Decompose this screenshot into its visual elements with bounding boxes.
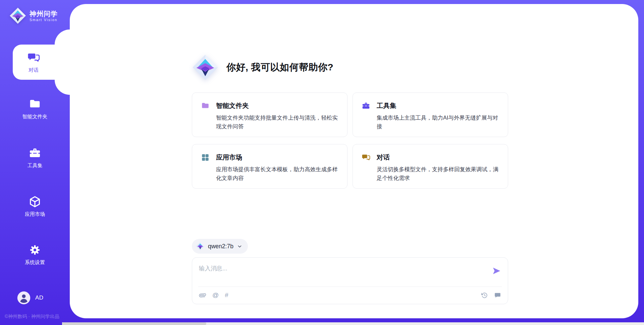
card-chat[interactable]: 对话 灵活切换多模型文件，支持多样回复效果调试，满足个性化需求: [353, 144, 508, 189]
card-app-market[interactable]: 应用市场 应用市场提供丰富长文本模板，助力高效生成多样化文章内容: [192, 144, 347, 189]
feature-cards: 智能文件夹 智能文件夹功能支持批量文件上传与清洗，轻松实现文件问答 工具集 集成…: [192, 92, 508, 189]
sidebar-item-settings[interactable]: 系统设置: [0, 244, 70, 266]
brand-subtitle: Smart Vision: [30, 18, 58, 22]
user-initials: AD: [35, 295, 44, 301]
horizontal-scrollbar[interactable]: [62, 322, 644, 325]
brand-diamond-icon: [9, 7, 26, 24]
send-icon[interactable]: [492, 266, 501, 275]
folder-icon: [201, 102, 210, 110]
card-title: 工具集: [377, 101, 396, 110]
grid-icon: [201, 153, 210, 162]
history-icon[interactable]: [481, 292, 488, 299]
hash-icon[interactable]: #: [225, 291, 228, 299]
sidebar: 神州问学 Smart Vision 智能文件夹 工具集 应用市场 系统设置 AD…: [0, 0, 70, 325]
brand-logo: 神州问学 Smart Vision: [9, 7, 58, 24]
card-title: 对话: [377, 153, 390, 162]
model-selector[interactable]: qwen2:7b: [192, 239, 248, 254]
chat-icon: [362, 153, 370, 162]
sidebar-item-smart-folder[interactable]: 智能文件夹: [0, 98, 70, 120]
card-title: 应用市场: [216, 153, 242, 162]
avatar-icon: [17, 291, 31, 305]
user-account[interactable]: AD: [17, 291, 44, 305]
sidebar-item-label: 智能文件夹: [22, 114, 48, 120]
message-input[interactable]: [199, 263, 474, 274]
copyright-text: ©神州数码 · 神州问学出品: [5, 314, 59, 320]
gear-icon: [29, 244, 41, 256]
card-description: 应用市场提供丰富长文本模板，助力高效生成多样化文章内容: [216, 165, 338, 182]
sidebar-item-label: 工具集: [28, 162, 43, 169]
at-icon[interactable]: @: [212, 291, 219, 299]
greeting: 你好, 我可以如何帮助你?: [192, 54, 333, 80]
card-description: 集成市场上主流工具，助力AI与外界无缝扩展与对接: [377, 113, 499, 131]
card-toolset[interactable]: 工具集 集成市场上主流工具，助力AI与外界无缝扩展与对接: [353, 92, 508, 137]
briefcase-icon: [29, 147, 41, 159]
scrollbar-thumb[interactable]: [62, 322, 206, 325]
sidebar-item-toolset[interactable]: 工具集: [0, 147, 70, 169]
assistant-diamond-icon: [192, 54, 218, 80]
card-description: 灵活切换多模型文件，支持多样回复效果调试，满足个性化需求: [377, 165, 499, 182]
cube-icon: [29, 195, 41, 208]
brand-name: 神州问学: [30, 10, 58, 18]
card-title: 智能文件夹: [216, 101, 249, 110]
briefcase-icon: [362, 102, 370, 110]
greeting-text: 你好, 我可以如何帮助你?: [226, 61, 333, 74]
card-smart-folder[interactable]: 智能文件夹 智能文件夹功能支持批量文件上传与清洗，轻松实现文件问答: [192, 92, 347, 137]
chevron-down-icon: [237, 244, 243, 249]
model-name: qwen2:7b: [208, 243, 233, 250]
sidebar-item-app-market[interactable]: 应用市场: [0, 195, 70, 217]
message-composer: @ #: [192, 257, 508, 304]
folder-icon: [29, 98, 41, 111]
sidebar-item-label: 应用市场: [25, 211, 45, 217]
card-description: 智能文件夹功能支持批量文件上传与清洗，轻松实现文件问答: [216, 113, 338, 131]
paperclip-icon[interactable]: [199, 291, 206, 299]
sidebar-item-label: 系统设置: [25, 259, 45, 266]
comment-icon[interactable]: [494, 292, 501, 299]
model-logo-icon: [196, 242, 205, 251]
